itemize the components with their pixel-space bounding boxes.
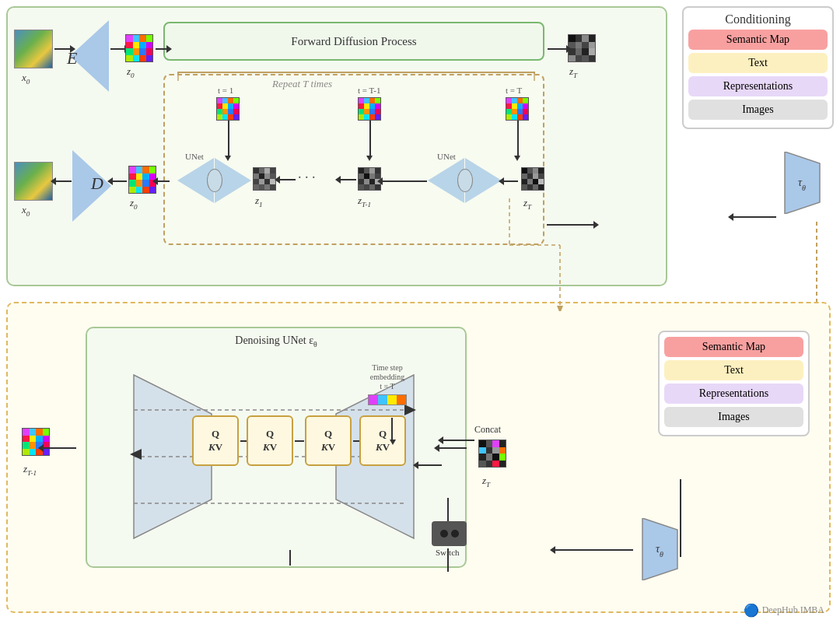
- dashed-zT-connection: [498, 198, 576, 311]
- arrow-zT-to-unet2: [504, 180, 518, 182]
- z1-grid: [253, 167, 276, 191]
- qkv-block-4: QKV: [359, 415, 406, 466]
- z1-label: z1: [255, 194, 263, 208]
- arrow-z0out-to-unet1: [158, 180, 170, 182]
- arrow-concat-in: [443, 440, 474, 441]
- svg-marker-15: [557, 306, 563, 311]
- unet2-bowtie: [428, 158, 502, 203]
- arrow-cond-to-tau-bottom: [680, 479, 681, 557]
- unet1-bowtie: [177, 158, 251, 203]
- zT-bottom-input-label: zT: [482, 475, 490, 489]
- arrow-unet2-out: [383, 180, 427, 182]
- qkv-block-2: QKV: [247, 415, 293, 466]
- conditioning-panel-top: Conditioning Semantic Map Text Represent…: [682, 6, 834, 129]
- input-image-top: [14, 30, 53, 68]
- arrow-e-to-z0: [110, 48, 124, 50]
- arrow-concat-to-bowtie: [418, 464, 442, 466]
- conditioning-title: Conditioning: [688, 12, 828, 26]
- x0-output-label: x0: [22, 204, 30, 218]
- switch-container: Switch: [432, 521, 467, 555]
- switch-icon[interactable]: [432, 521, 467, 546]
- qkv-block-3: QKV: [305, 415, 352, 466]
- arrow-qkv2-3: [295, 440, 304, 442]
- arrow-qkv3-4: [353, 440, 359, 442]
- arrow-d-to-x0: [56, 180, 72, 182]
- watermark-text: DeepHub IMBA: [762, 604, 824, 616]
- switch-label: Switch: [436, 548, 471, 557]
- zT-grid-bottom-input: [478, 440, 506, 468]
- arrow-zT-bottom-to-concat: [439, 447, 467, 449]
- dashed-arrow-tau-down: [815, 222, 818, 307]
- arrowhead-tT-down: [514, 156, 520, 161]
- denoising-label: Denoising UNet εθ: [235, 335, 317, 349]
- concat-label: Concat: [474, 424, 501, 436]
- denoising-unet-box: Denoising UNet εθ QKV: [86, 327, 467, 568]
- unet2-label: UNet: [437, 152, 456, 161]
- z0-grid-top: [125, 34, 153, 62]
- arrow-t1-down: [228, 121, 229, 157]
- arrow-fwd-to-zT: [548, 48, 566, 50]
- arrow-tau-bottom-to-switch: [555, 549, 633, 551]
- arrow-qkv1-2: [240, 440, 247, 442]
- arrow-switch-down: [447, 548, 449, 572]
- tT1-label: t = T-1: [358, 86, 380, 95]
- cond-representations-top: Representations: [688, 76, 828, 96]
- cond-images-top: Images: [688, 100, 828, 120]
- arrow-timestep-down: [391, 418, 393, 441]
- x0-top-label: x0: [22, 72, 30, 86]
- timestep-label: Time stepembeddingt = T: [368, 363, 407, 391]
- qkv-block-1: QKV: [192, 415, 239, 466]
- arrow-z0-to-fwd: [156, 48, 166, 50]
- t1-grid: [216, 97, 240, 121]
- t1-label-top: t = 1: [218, 86, 233, 95]
- arrow-bottom-to-qkv: [289, 550, 291, 566]
- forward-diffusion-label: Forward Diffusion Process: [291, 35, 416, 48]
- arrow-tT1-down: [369, 121, 371, 157]
- cond-text-top: Text: [688, 53, 828, 73]
- cond-semantic-bottom: Semantic Map: [664, 337, 803, 357]
- zT1-label-top: zT-1: [358, 194, 371, 208]
- bottom-diagram-section: Denoising UNet εθ QKV: [6, 302, 831, 613]
- arrow-tT-down: [517, 121, 519, 157]
- arrow-dots-to-zT1: [341, 179, 356, 180]
- tT-label: t = T: [506, 86, 522, 95]
- cond-text-bottom: Text: [664, 360, 803, 380]
- zT-grid-right: [521, 167, 544, 191]
- zT1-bottom-label: zT-1: [23, 463, 37, 477]
- forward-diffusion-box: Forward Diffusion Process: [163, 22, 544, 61]
- tT-grid: [506, 97, 529, 121]
- zT1-grid-bottom: [22, 428, 50, 456]
- z0-label-top: z0: [127, 65, 135, 79]
- cond-representations-bottom: Representations: [664, 384, 803, 404]
- cond-semantic-top: Semantic Map: [688, 30, 828, 50]
- decoder-label: D: [91, 173, 103, 194]
- cond-images-bottom: Images: [664, 407, 803, 427]
- arrow-denoise-to-zT1: [44, 447, 76, 449]
- conditioning-panel-bottom: Semantic Map Text Representations Images: [658, 331, 810, 436]
- tT1-grid: [358, 97, 381, 121]
- arrowhead-t1-down: [225, 156, 231, 161]
- watermark: 🔵 DeepHub IMBA: [744, 603, 824, 618]
- qkv-label-2: QKV: [263, 428, 277, 454]
- qkv-label-4: QKV: [376, 428, 390, 454]
- tau-theta-top: τθ: [777, 152, 828, 214]
- arrow-z1-to-dots: [280, 179, 296, 180]
- qkv-label-1: QKV: [208, 428, 222, 454]
- unet1-label: UNet: [185, 152, 204, 161]
- arrowhead-timestep-down: [390, 440, 396, 445]
- zT-label-top: zT: [569, 65, 577, 79]
- arrowhead-tT1-down: [366, 156, 373, 161]
- qkv-label-3: QKV: [321, 428, 335, 454]
- output-image-top: [14, 162, 53, 201]
- timestep-embedding-area: Time stepembeddingt = T: [368, 363, 407, 405]
- z0-out-var-label: z0: [130, 197, 138, 211]
- dots-middle: · · ·: [298, 170, 316, 186]
- arrow-switch-up: [447, 498, 449, 521]
- encoder-label: E: [67, 48, 77, 68]
- arrow-tau-top-to-diagram: [733, 216, 776, 218]
- arrow-z0out-to-d: [113, 180, 127, 182]
- tau-theta-bottom: τθ: [635, 518, 685, 580]
- zT-grid-top: [568, 34, 596, 62]
